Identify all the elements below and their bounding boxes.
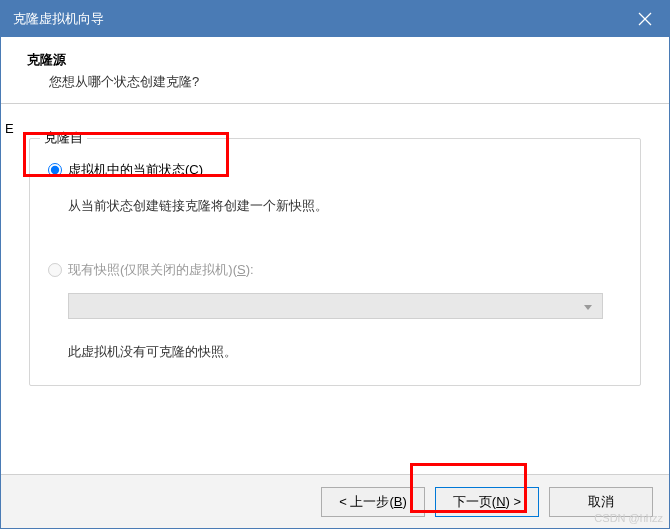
no-snapshot-text: 此虚拟机没有可克隆的快照。 — [68, 343, 624, 361]
header-title: 克隆源 — [27, 51, 643, 69]
wizard-window: 克隆虚拟机向导 克隆源 您想从哪个状态创建克隆? E 克隆自 虚拟机中的当前状态… — [0, 0, 670, 529]
option-existing-snapshot: 现有快照(仅限关闭的虚拟机)(S): — [48, 261, 624, 279]
window-title: 克隆虚拟机向导 — [13, 10, 104, 28]
option-current-state-note: 从当前状态创建链接克隆将创建一个新快照。 — [68, 197, 624, 215]
titlebar: 克隆虚拟机向导 — [1, 1, 669, 37]
option-current-state-label: 虚拟机中的当前状态(C) — [68, 161, 203, 179]
group-legend: 克隆自 — [40, 129, 87, 147]
next-button[interactable]: 下一页(N) > — [435, 487, 539, 517]
close-button[interactable] — [621, 1, 669, 37]
close-icon — [638, 12, 652, 26]
option-current-state[interactable]: 虚拟机中的当前状态(C) — [48, 161, 624, 179]
wizard-body: 克隆自 虚拟机中的当前状态(C) 从当前状态创建链接克隆将创建一个新快照。 现有… — [1, 104, 669, 478]
wizard-header: 克隆源 您想从哪个状态创建克隆? — [1, 37, 669, 104]
radio-current-state[interactable] — [48, 163, 62, 177]
cancel-button[interactable]: 取消 — [549, 487, 653, 517]
back-button[interactable]: < 上一步(B) — [321, 487, 425, 517]
header-subtitle: 您想从哪个状态创建克隆? — [27, 73, 643, 91]
radio-existing-snapshot — [48, 263, 62, 277]
wizard-footer: < 上一步(B) 下一页(N) > 取消 — [1, 474, 669, 528]
snapshot-dropdown — [68, 293, 603, 319]
option-existing-snapshot-label: 现有快照(仅限关闭的虚拟机)(S): — [68, 261, 254, 279]
clone-from-group: 克隆自 虚拟机中的当前状态(C) 从当前状态创建链接克隆将创建一个新快照。 现有… — [29, 138, 641, 386]
